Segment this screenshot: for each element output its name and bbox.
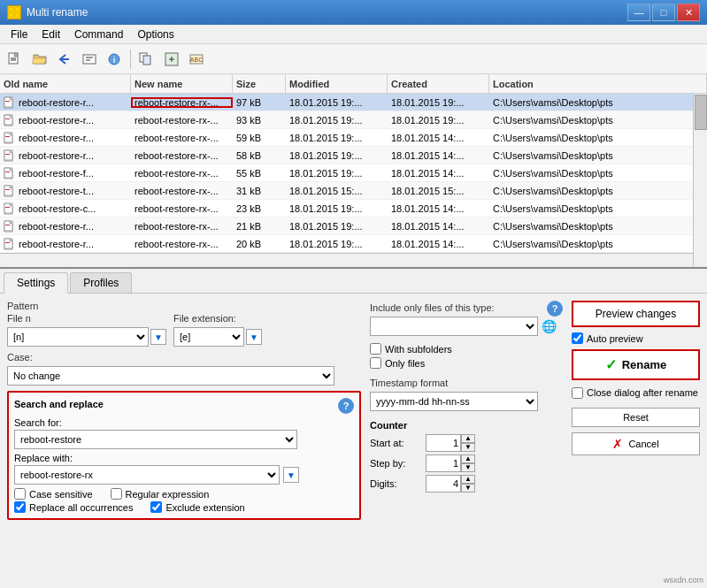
col-header-modified[interactable]: Modified bbox=[286, 74, 388, 93]
table-row[interactable]: reboot-restore-r... reboot-restore-rx-..… bbox=[0, 235, 707, 253]
exclude-extension-input[interactable] bbox=[150, 501, 162, 513]
cell-size: 58 kB bbox=[233, 150, 286, 161]
rename-button[interactable]: ✓ Rename bbox=[572, 349, 700, 380]
table-row[interactable]: reboot-restore-r... reboot-restore-rx-..… bbox=[0, 94, 707, 111]
menu-options[interactable]: Options bbox=[130, 25, 181, 43]
replace-arrow-btn[interactable]: ▼ bbox=[283, 467, 299, 483]
close-dialog-check[interactable]: Close dialog after rename bbox=[572, 387, 698, 399]
include-select-row: 🌐 bbox=[370, 317, 563, 336]
col-header-size[interactable]: Size bbox=[233, 74, 286, 93]
timestamp-select[interactable]: yyyy-mm-dd hh-nn-ss bbox=[370, 392, 538, 411]
cell-modified: 18.01.2015 19:... bbox=[286, 239, 388, 249]
reset-button[interactable]: Reset bbox=[572, 408, 700, 427]
replace-all-check[interactable]: Replace all occurrences bbox=[14, 501, 133, 513]
digits-input[interactable] bbox=[426, 475, 461, 493]
step-by-up-btn[interactable]: ▲ bbox=[461, 454, 475, 463]
replace-all-input[interactable] bbox=[14, 501, 26, 513]
cell-modified: 18.01.2015 19:... bbox=[286, 150, 388, 161]
table-row[interactable]: reboot-restore-c... reboot-restore-rx-..… bbox=[0, 200, 707, 218]
auto-preview-check[interactable]: Auto preview bbox=[572, 332, 643, 344]
case-select[interactable]: No change Uppercase Lowercase Title case bbox=[7, 366, 334, 386]
scroll-thumb[interactable] bbox=[695, 95, 707, 130]
file-ext-arrow-btn[interactable]: ▼ bbox=[246, 329, 262, 345]
regular-expression-input[interactable] bbox=[111, 488, 122, 500]
toolbar-btn-6[interactable] bbox=[135, 48, 158, 71]
table-row[interactable]: reboot-restore-r... reboot-restore-rx-..… bbox=[0, 129, 707, 147]
start-at-input[interactable] bbox=[426, 434, 461, 452]
toolbar-btn-3[interactable] bbox=[53, 48, 76, 71]
svg-rect-44 bbox=[5, 189, 10, 190]
replace-with-label: Replace with: bbox=[14, 453, 354, 463]
cell-size: 31 kB bbox=[233, 186, 286, 196]
case-sensitive-input[interactable] bbox=[14, 488, 26, 500]
svg-rect-32 bbox=[5, 136, 10, 137]
file-list-body[interactable]: reboot-restore-r... reboot-restore-rx-..… bbox=[0, 94, 707, 267]
table-row[interactable]: reboot-restore-t... reboot-restore-rx-..… bbox=[0, 182, 707, 200]
with-subfolders-check[interactable]: With subfolders bbox=[370, 343, 563, 355]
table-row[interactable]: reboot-restore-r... reboot-restore-rx-..… bbox=[0, 111, 707, 129]
tab-settings[interactable]: Settings bbox=[4, 272, 68, 294]
search-help-icon[interactable]: ? bbox=[338, 398, 354, 414]
vertical-scrollbar[interactable] bbox=[693, 94, 707, 267]
step-by-down-btn[interactable]: ▼ bbox=[461, 463, 475, 472]
digits-up-btn[interactable]: ▲ bbox=[461, 475, 475, 484]
digits-down-btn[interactable]: ▼ bbox=[461, 484, 475, 493]
case-sensitive-check[interactable]: Case sensitive bbox=[14, 488, 93, 500]
table-row[interactable]: reboot-restore-f... reboot-restore-rx-..… bbox=[0, 164, 707, 182]
cell-old-name: reboot-restore-t... bbox=[0, 185, 131, 197]
digits-spinner-btns: ▲ ▼ bbox=[461, 475, 475, 493]
cell-old-name: reboot-restore-r... bbox=[0, 238, 131, 250]
with-subfolders-input[interactable] bbox=[370, 343, 381, 355]
cell-size: 21 kB bbox=[233, 221, 286, 232]
file-n-select[interactable]: [n] bbox=[7, 327, 149, 347]
replace-with-select[interactable]: reboot-restore-rx bbox=[14, 465, 280, 485]
globe-icon[interactable]: 🌐 bbox=[542, 319, 557, 333]
svg-rect-0 bbox=[9, 7, 13, 11]
regular-expression-check[interactable]: Regular expression bbox=[111, 488, 210, 500]
col-header-new-name[interactable]: New name bbox=[131, 74, 233, 93]
search-for-select[interactable]: reboot-restore bbox=[14, 430, 297, 449]
case-sensitive-label: Case sensitive bbox=[29, 489, 93, 500]
tab-profiles[interactable]: Profiles bbox=[70, 272, 132, 293]
table-row[interactable]: reboot-restore-r... reboot-restore-rx-..… bbox=[0, 218, 707, 235]
include-type-select[interactable] bbox=[370, 317, 538, 336]
toolbar-btn-4[interactable] bbox=[78, 48, 101, 71]
cancel-button[interactable]: ✗ Cancel bbox=[572, 432, 700, 455]
cell-modified: 18.01.2015 19:... bbox=[286, 115, 388, 126]
toolbar-btn-2[interactable] bbox=[28, 48, 51, 71]
col-header-old-name[interactable]: Old name bbox=[0, 74, 131, 93]
exclude-extension-check[interactable]: Exclude extension bbox=[150, 501, 244, 513]
svg-rect-2 bbox=[9, 13, 13, 18]
file-ext-select[interactable]: [e] bbox=[173, 327, 244, 347]
close-button[interactable]: ✕ bbox=[677, 4, 700, 21]
only-files-check[interactable]: Only files bbox=[370, 357, 563, 369]
cell-old-name: reboot-restore-r... bbox=[0, 132, 131, 144]
cell-new-name: reboot-restore-rx-... bbox=[131, 150, 233, 161]
menu-command[interactable]: Command bbox=[67, 25, 130, 43]
cell-modified: 18.01.2015 19:... bbox=[286, 133, 388, 143]
col-header-created[interactable]: Created bbox=[388, 74, 489, 93]
file-n-arrow-btn[interactable]: ▼ bbox=[150, 329, 166, 345]
step-by-input[interactable] bbox=[426, 454, 461, 472]
toolbar-btn-1[interactable] bbox=[4, 48, 27, 71]
toolbar-btn-8[interactable]: ABC bbox=[185, 48, 208, 71]
file-n-combo: [n] ▼ bbox=[7, 327, 166, 347]
minimize-button[interactable]: — bbox=[627, 4, 650, 21]
close-dialog-input[interactable] bbox=[572, 387, 583, 399]
start-at-up-btn[interactable]: ▲ bbox=[461, 434, 475, 443]
start-at-down-btn[interactable]: ▼ bbox=[461, 443, 475, 452]
toolbar-btn-5[interactable]: i bbox=[103, 48, 126, 71]
timestamp-section: Timestamp format yyyy-mm-dd hh-nn-ss bbox=[370, 378, 563, 411]
col-header-location[interactable]: Location bbox=[489, 74, 707, 93]
include-type-help-icon[interactable]: ? bbox=[547, 301, 563, 317]
preview-changes-button[interactable]: Preview changes bbox=[572, 301, 700, 327]
menu-edit[interactable]: Edit bbox=[35, 25, 67, 43]
only-files-input[interactable] bbox=[370, 357, 381, 369]
toolbar-btn-7[interactable] bbox=[160, 48, 183, 71]
horizontal-scrollbar[interactable] bbox=[0, 253, 693, 267]
maximize-button[interactable]: □ bbox=[652, 4, 675, 21]
cell-location: C:\Users\vamsi\Desktop\pts bbox=[489, 115, 707, 126]
menu-file[interactable]: File bbox=[4, 25, 35, 43]
auto-preview-input[interactable] bbox=[572, 332, 583, 344]
table-row[interactable]: reboot-restore-r... reboot-restore-rx-..… bbox=[0, 147, 707, 164]
